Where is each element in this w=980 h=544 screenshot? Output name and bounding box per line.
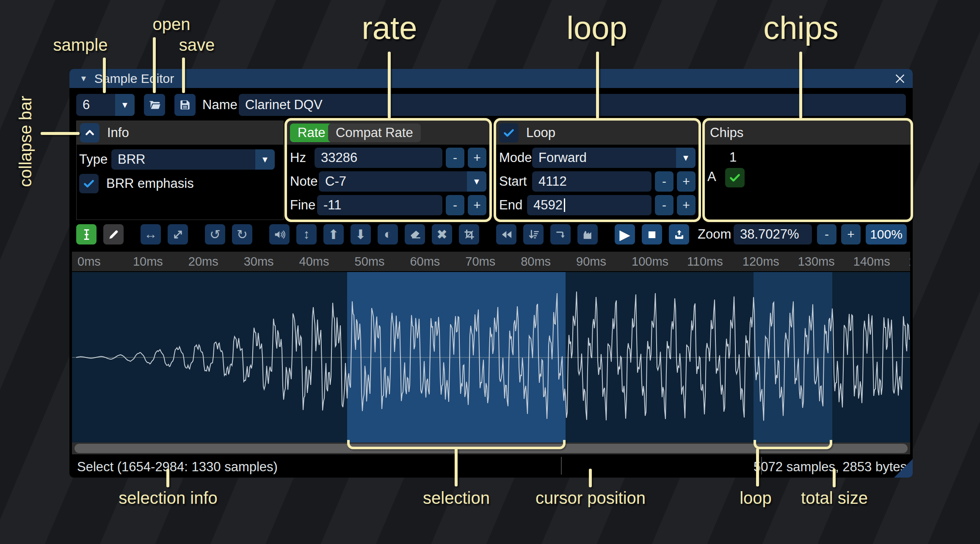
redo-button[interactable]: ↻ (232, 224, 252, 245)
resize-free-button[interactable] (168, 224, 188, 245)
ruler-label: 100ms (632, 255, 668, 269)
waveform-view[interactable] (72, 272, 910, 442)
waveform-plot (72, 272, 910, 442)
preview-button[interactable]: ▶ (615, 224, 635, 245)
ruler-label: 140ms (853, 255, 890, 269)
annotation-collapse-bar: collapse bar (16, 81, 35, 187)
undo-button[interactable]: ↺ (205, 224, 225, 245)
chevron-down-icon[interactable]: ▼ (255, 149, 275, 170)
annotation-line-chips (799, 52, 802, 118)
ruler-label: 10ms (133, 255, 163, 269)
collapse-info-button[interactable] (80, 123, 99, 143)
sample-number-select[interactable]: 6 ▼ (76, 94, 135, 116)
annotation-outline-loop (494, 118, 701, 222)
create-wavetable-button[interactable] (577, 224, 598, 245)
ruler-label: 130ms (798, 255, 835, 269)
chevron-down-icon[interactable]: ▼ (115, 94, 135, 116)
type-label: Type (79, 149, 108, 170)
annotation-sample: sample (53, 36, 108, 55)
ruler-label: 40ms (299, 255, 329, 269)
annotation-loop-bottom: loop (740, 489, 772, 508)
window-title: Sample Editor (94, 71, 174, 86)
name-label: Name (202, 94, 237, 116)
select-mode-button[interactable] (76, 224, 97, 245)
zoom-reset-button[interactable]: 100% (866, 224, 907, 245)
status-divider (561, 457, 562, 475)
annotation-line-save (182, 58, 185, 93)
zoom-label: Zoom (698, 224, 731, 245)
annotation-open: open (153, 15, 190, 34)
ruler-label: 90ms (576, 255, 606, 269)
sample-name-input[interactable]: Clarinet DQV (239, 94, 906, 116)
ruler-label: 150ms (909, 255, 911, 269)
fade-out-button[interactable]: ⬇ (351, 224, 371, 245)
normalize-button[interactable]: ↕ (296, 224, 317, 245)
info-panel: Info Type BRR ▼ BRR emphasis (76, 121, 284, 220)
annotation-selection: selection (423, 489, 490, 508)
brr-emphasis-checkbox[interactable] (79, 174, 99, 193)
annotation-rate: rate (362, 9, 417, 46)
annotation-outline-rate (284, 118, 492, 222)
annotation-line-selection-info (166, 469, 169, 487)
annotation-line-collapse-bar (41, 132, 80, 135)
zoom-out-button[interactable]: - (817, 224, 836, 245)
ruler-label: 80ms (521, 255, 551, 269)
annotation-line-loop-bottom (756, 448, 759, 486)
ruler-label: 50ms (355, 255, 385, 269)
zoom-in-button[interactable]: + (841, 224, 861, 245)
info-header: Info (77, 121, 283, 145)
time-ruler: 0ms10ms20ms30ms40ms50ms60ms70ms80ms90ms1… (72, 252, 910, 271)
window-collapse-icon[interactable]: ▼ (80, 74, 88, 83)
close-icon[interactable] (893, 72, 907, 85)
title-bar[interactable]: ▼ Sample Editor (69, 69, 913, 88)
status-total-size: 5072 samples, 2853 bytes (754, 459, 907, 475)
annotation-chips: chips (763, 9, 838, 46)
downsample-button[interactable] (523, 224, 544, 245)
annotation-line-total-size (833, 469, 836, 487)
stop-preview-button[interactable]: ■ (642, 224, 662, 245)
zoom-value: 38.7027% (740, 227, 799, 242)
type-value: BRR (118, 152, 145, 167)
annotation-total-size: total size (801, 489, 868, 508)
screenshot-root: ▼ Sample Editor 6 ▼ Name Clarinet DQV In… (0, 0, 980, 544)
annotation-cursor-position: cursor position (536, 489, 646, 508)
type-select[interactable]: BRR ▼ (111, 149, 275, 170)
annotation-line-open (153, 37, 156, 93)
status-selection-info: Select (1654-2984: 1330 samples) (77, 459, 278, 475)
annotation-line-selection (455, 448, 458, 486)
amplify-button[interactable] (269, 224, 290, 245)
ruler-label: 20ms (188, 255, 218, 269)
import-button[interactable] (669, 224, 689, 245)
ruler-label: 0ms (77, 255, 101, 269)
invert-button[interactable]: ◐ (378, 224, 398, 245)
ruler-label: 120ms (743, 255, 779, 269)
zoom-input[interactable]: 38.7027% (734, 224, 812, 245)
delete-button[interactable]: ✖ (432, 224, 452, 245)
sample-number-value: 6 (83, 97, 90, 113)
annotation-line-cursor-position (589, 469, 592, 487)
insert-silence-button[interactable] (550, 224, 571, 245)
rewind-button[interactable] (496, 224, 516, 245)
annotation-line-sample (103, 58, 106, 93)
annotation-selection-info: selection info (119, 489, 217, 508)
open-sample-button[interactable] (144, 94, 165, 116)
info-title: Info (107, 125, 129, 140)
annotation-line-loop (596, 52, 599, 118)
ruler-label: 30ms (244, 255, 274, 269)
fade-in-button[interactable]: ⬆ (323, 224, 344, 245)
silence-button[interactable] (405, 224, 425, 245)
annotation-bracket-loop (754, 440, 832, 449)
annotation-bracket-selection (347, 440, 566, 449)
trim-button[interactable] (459, 224, 479, 245)
ruler-label: 70ms (465, 255, 495, 269)
save-sample-button[interactable] (174, 94, 196, 116)
ruler-label: 110ms (687, 255, 723, 269)
annotation-save: save (179, 36, 215, 55)
ruler-label: 60ms (410, 255, 440, 269)
sample-name-value: Clarinet DQV (245, 97, 323, 113)
annotation-outline-chips (702, 118, 913, 222)
draw-mode-button[interactable] (103, 224, 124, 245)
annotation-loop: loop (566, 9, 627, 46)
annotation-line-rate (388, 52, 391, 118)
resize-button[interactable]: ↔ (141, 224, 161, 245)
